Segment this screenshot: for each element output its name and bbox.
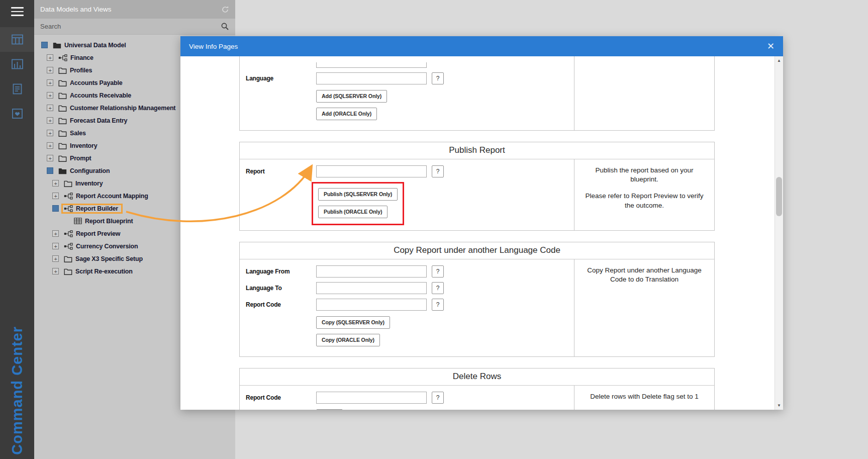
section-info: Delete rows with Delete flag set to 1 <box>574 386 714 410</box>
help-button[interactable]: ? <box>432 165 444 177</box>
delete-button[interactable]: Delete <box>316 409 343 410</box>
scrollbar-thumb[interactable] <box>776 177 782 216</box>
mapping-icon <box>64 230 73 237</box>
folder-icon <box>64 268 72 275</box>
expand-icon[interactable]: + <box>52 268 59 274</box>
expand-icon[interactable]: + <box>47 142 53 149</box>
folder-open-icon <box>53 42 61 49</box>
report-input[interactable] <box>316 165 427 177</box>
favorites-icon[interactable] <box>0 101 34 126</box>
expand-icon[interactable]: + <box>47 54 53 61</box>
scroll-down-icon[interactable]: ▼ <box>775 401 783 410</box>
clipped-input[interactable] <box>316 62 427 68</box>
section-info <box>574 56 714 130</box>
folder-icon <box>58 92 67 99</box>
expand-icon[interactable]: + <box>47 155 53 161</box>
add-oracle-only-button[interactable]: Add (ORACLE Only) <box>316 108 377 120</box>
rail-icon-list <box>0 27 34 126</box>
section-title: Delete Rows <box>240 369 714 386</box>
language-from-input[interactable] <box>316 265 427 278</box>
copy-sqlserver-only-button[interactable]: Copy (SQLSERVER Only) <box>316 316 390 329</box>
expand-icon[interactable]: + <box>47 92 53 99</box>
grid-icon <box>74 218 82 224</box>
language-to-input[interactable] <box>316 282 427 294</box>
expand-icon[interactable]: + <box>47 79 53 86</box>
section-info: Publish the report based on your bluepri… <box>574 159 714 230</box>
tree-item-label: Report Preview <box>76 230 120 237</box>
copy-oracle-only-button[interactable]: Copy (ORACLE Only) <box>316 334 380 346</box>
collapse-icon[interactable] <box>47 167 53 174</box>
folder-icon <box>58 105 67 112</box>
section-title: Publish Report <box>240 142 714 159</box>
dialog-titlebar[interactable]: View Info Pages ✕ <box>180 36 783 56</box>
mapping-icon <box>58 54 67 61</box>
expand-icon[interactable]: + <box>52 243 59 249</box>
help-button[interactable]: ? <box>432 392 444 404</box>
form-section-delete-rows: Delete RowsReport Code?DeleteDelete rows… <box>239 368 715 410</box>
dialog-title: View Info Pages <box>189 43 238 50</box>
search-icon[interactable] <box>221 22 229 31</box>
panel-title: Data Models and Views <box>40 6 112 13</box>
tree-item-label: Inventory <box>70 142 97 149</box>
folder-icon <box>58 142 67 149</box>
tree-item-label: Customer Relationship Management <box>70 105 175 112</box>
form-section-copy-report-under-another-language-code: Copy Report under another Language CodeL… <box>239 242 715 357</box>
report-code-input[interactable] <box>316 392 427 404</box>
tree-item-label: Profiles <box>70 67 92 74</box>
section-title: Copy Report under another Language Code <box>240 242 714 259</box>
language-input[interactable] <box>316 72 427 84</box>
collapse-icon[interactable] <box>52 205 59 212</box>
folder-icon <box>58 117 67 124</box>
documents-icon[interactable] <box>0 76 34 101</box>
folder-icon <box>58 79 67 86</box>
annotation-red-box: Publish (SQLSERVER Only)Publish (ORACLE … <box>312 182 404 225</box>
folder-icon <box>58 130 67 137</box>
dialog-body: Language?Add (SQLSERVER Only)Add (ORACLE… <box>180 56 775 410</box>
search-bar <box>34 19 235 35</box>
expand-icon[interactable]: + <box>52 230 59 237</box>
hamburger-menu-icon[interactable] <box>0 0 34 23</box>
data-models-icon[interactable] <box>0 27 34 52</box>
field-label: Report Code <box>246 394 316 401</box>
app-window: Command Center Data Models and Views Uni… <box>0 0 868 459</box>
info-text: Publish the report based on your bluepri… <box>582 166 707 184</box>
tree-item-label: Inventory <box>75 180 103 187</box>
expand-icon[interactable]: + <box>52 255 59 262</box>
form-section-top: Language?Add (SQLSERVER Only)Add (ORACLE… <box>239 56 715 131</box>
scroll-up-icon[interactable]: ▲ <box>775 56 783 65</box>
expand-icon[interactable]: + <box>47 130 53 136</box>
button-stack: Delete <box>316 408 574 410</box>
info-text: Delete rows with Delete flag set to 1 <box>582 392 707 401</box>
expand-icon[interactable]: + <box>47 105 53 111</box>
view-info-pages-dialog: View Info Pages ✕ Language?Add (SQLSERVE… <box>180 36 783 410</box>
add-sqlserver-only-button[interactable]: Add (SQLSERVER Only) <box>316 90 387 103</box>
tree-item-label: Universal Data Model <box>64 42 126 49</box>
mapping-icon <box>64 243 73 250</box>
dashboards-icon[interactable] <box>0 52 34 76</box>
report-code-input[interactable] <box>316 299 427 311</box>
close-icon[interactable]: ✕ <box>767 42 775 51</box>
publish-sqlserver-only-button[interactable]: Publish (SQLSERVER Only) <box>318 188 398 201</box>
expand-icon[interactable]: + <box>47 67 53 73</box>
help-button[interactable]: ? <box>432 299 444 311</box>
help-button[interactable]: ? <box>432 265 444 278</box>
expand-icon[interactable]: + <box>47 117 53 124</box>
info-sections: Language?Add (SQLSERVER Only)Add (ORACLE… <box>239 56 715 410</box>
tree-item-label: Report Builder <box>76 205 118 212</box>
search-input[interactable] <box>40 23 221 30</box>
help-button[interactable]: ? <box>432 282 444 294</box>
help-button[interactable]: ? <box>432 72 444 84</box>
tree-item-label: Finance <box>70 54 93 61</box>
vertical-scrollbar[interactable]: ▲ ▼ <box>775 56 783 410</box>
button-stack: Copy (SQLSERVER Only)Copy (ORACLE Only) <box>316 315 574 346</box>
collapse-icon[interactable] <box>41 42 48 48</box>
tree-item-label: Report Blueprint <box>85 218 133 225</box>
refresh-icon[interactable] <box>221 6 229 14</box>
button-stack: Add (SQLSERVER Only)Add (ORACLE Only) <box>316 89 574 120</box>
publish-oracle-only-button[interactable]: Publish (ORACLE Only) <box>318 206 388 218</box>
folder-icon <box>58 67 67 74</box>
expand-icon[interactable]: + <box>52 193 59 199</box>
expand-icon[interactable]: + <box>52 180 59 187</box>
folder-icon <box>58 155 67 162</box>
info-text: Please refer to Report Preview to verify… <box>582 192 707 210</box>
